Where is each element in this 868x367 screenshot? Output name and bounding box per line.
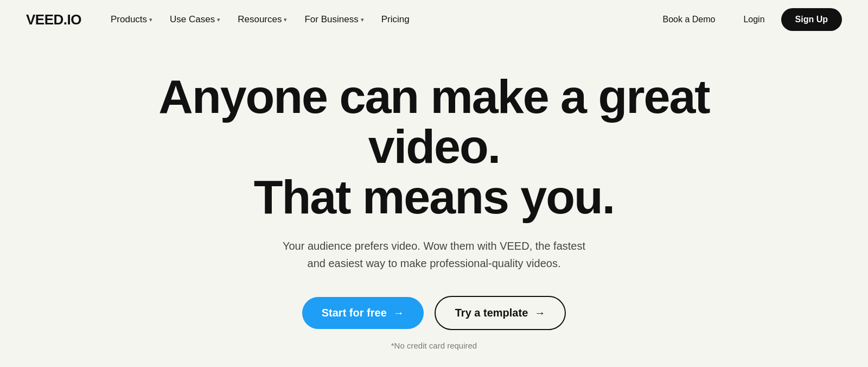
hero-section: Anyone can make a great video. That mean… <box>0 39 868 367</box>
navbar: VEED.IO Products ▾ Use Cases ▾ Resources… <box>0 0 868 39</box>
hero-cta-group: Start for free → Try a template → <box>302 296 566 330</box>
book-demo-button[interactable]: Book a Demo <box>650 9 727 30</box>
no-credit-card-notice: *No credit card required <box>391 341 477 350</box>
chevron-down-icon: ▾ <box>149 16 152 23</box>
nav-item-use-cases[interactable]: Use Cases ▾ <box>162 10 228 29</box>
chevron-down-icon: ▾ <box>284 16 287 23</box>
nav-item-resources[interactable]: Resources ▾ <box>230 10 295 29</box>
arrow-right-icon: → <box>534 307 545 319</box>
hero-subheadline: Your audience prefers video. Wow them wi… <box>282 237 586 272</box>
nav-links: Products ▾ Use Cases ▾ Resources ▾ For B… <box>103 10 650 29</box>
nav-item-for-business[interactable]: For Business ▾ <box>297 10 371 29</box>
nav-right: Book a Demo Login Sign Up <box>650 8 842 31</box>
login-button[interactable]: Login <box>731 9 776 30</box>
arrow-right-icon: → <box>393 307 404 319</box>
start-for-free-button[interactable]: Start for free → <box>302 297 424 329</box>
signup-button[interactable]: Sign Up <box>781 8 842 31</box>
chevron-down-icon: ▾ <box>361 16 364 23</box>
chevron-down-icon: ▾ <box>217 16 220 23</box>
logo[interactable]: VEED.IO <box>26 11 81 28</box>
try-a-template-button[interactable]: Try a template → <box>435 296 566 330</box>
nav-item-products[interactable]: Products ▾ <box>103 10 160 29</box>
nav-item-pricing[interactable]: Pricing <box>374 10 417 29</box>
hero-headline: Anyone can make a great video. That mean… <box>136 72 732 222</box>
